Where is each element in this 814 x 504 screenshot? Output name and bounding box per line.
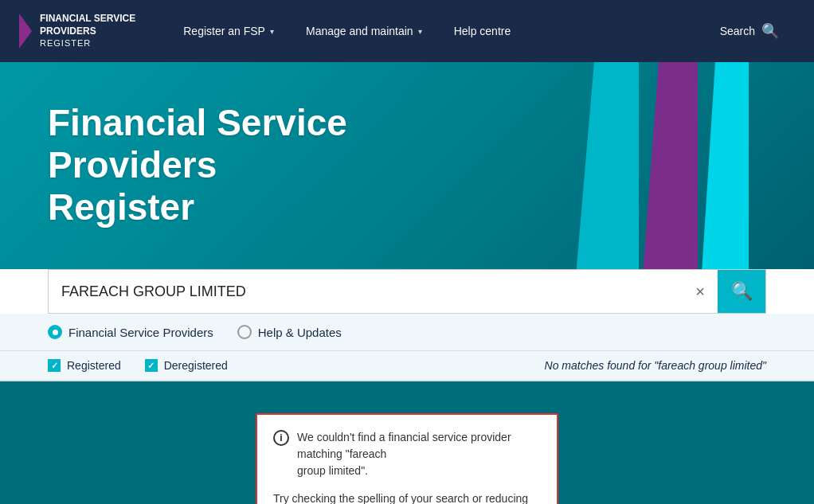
dropdown-arrow-icon: ▾ xyxy=(418,27,422,36)
search-icon: 🔍 xyxy=(761,22,779,40)
error-message-hint: Try checking the spelling of your search… xyxy=(273,490,541,504)
nav-item-manage-maintain[interactable]: Manage and maintain ▾ xyxy=(290,0,438,62)
nav-search[interactable]: Search 🔍 xyxy=(704,0,795,62)
no-matches-text: No matches found for "fareach group limi… xyxy=(545,359,766,372)
results-area: i We couldn't find a financial service p… xyxy=(0,381,814,504)
shape-purple xyxy=(642,62,698,285)
checkbox-deregistered-icon xyxy=(145,359,158,372)
navbar: FINANCIAL SERVICE PROVIDERS REGISTER Reg… xyxy=(0,0,814,62)
search-input[interactable] xyxy=(49,270,683,313)
radio-help-updates[interactable]: Help & Updates xyxy=(237,325,342,339)
checkbox-registered[interactable]: Registered xyxy=(48,359,121,372)
info-icon: i xyxy=(273,430,289,446)
dropdown-arrow-icon: ▾ xyxy=(270,27,274,36)
nav-items: Register an FSP ▾ Manage and maintain ▾ … xyxy=(167,0,703,62)
clear-icon: × xyxy=(695,283,705,301)
error-box: i We couldn't find a financial service p… xyxy=(256,413,558,504)
search-button[interactable]: 🔍 xyxy=(718,270,765,313)
filter-tabs: Financial Service Providers Help & Updat… xyxy=(0,314,814,351)
radio-empty-icon xyxy=(237,325,252,339)
error-message-main: We couldn't find a financial service pro… xyxy=(297,429,541,479)
nav-item-help-centre[interactable]: Help centre xyxy=(438,0,527,62)
hero-section: Financial Service Providers Register xyxy=(0,62,814,285)
checkbox-deregistered[interactable]: Deregistered xyxy=(145,359,228,372)
search-bar: × 🔍 xyxy=(48,269,766,314)
radio-selected-icon xyxy=(48,325,62,339)
nav-item-register-fsp[interactable]: Register an FSP ▾ xyxy=(167,0,290,62)
radio-financial-service-providers[interactable]: Financial Service Providers xyxy=(48,325,213,339)
search-section: × 🔍 xyxy=(0,269,814,314)
error-box-header: i We couldn't find a financial service p… xyxy=(273,429,541,479)
search-clear-button[interactable]: × xyxy=(683,270,718,313)
checkbox-registered-icon xyxy=(48,359,61,372)
checkbox-row: Registered Deregistered No matches found… xyxy=(0,351,814,381)
logo[interactable]: FINANCIAL SERVICE PROVIDERS REGISTER xyxy=(19,13,135,49)
logo-text: FINANCIAL SERVICE PROVIDERS REGISTER xyxy=(40,13,135,49)
shape-teal xyxy=(701,62,749,285)
hero-title: Financial Service Providers Register xyxy=(48,102,526,229)
hero-shapes xyxy=(575,62,814,285)
shape-blue xyxy=(575,62,639,285)
logo-chevron-icon xyxy=(19,14,32,49)
search-icon: 🔍 xyxy=(731,281,753,302)
